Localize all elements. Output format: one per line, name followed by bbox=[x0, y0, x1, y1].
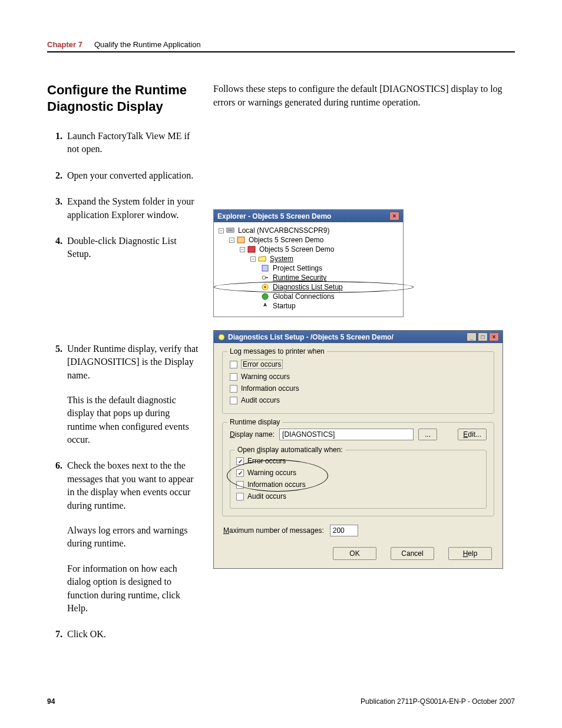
section-heading: Configure the Runtime Diagnostic Display bbox=[47, 82, 199, 114]
checkbox-open-information[interactable]: Information occurs bbox=[236, 479, 480, 490]
step-text: Expand the System folder in your applica… bbox=[67, 195, 199, 222]
group-legend: Open display automatically when: bbox=[235, 446, 345, 454]
step-list-cont: 5. Under Runtime display, verify that [D… bbox=[47, 342, 199, 641]
publication-info: Publication 2711P-QS001A-EN-P - October … bbox=[361, 697, 515, 706]
tree-item-system[interactable]: − System bbox=[219, 254, 398, 263]
page-header: Chapter 7 Qualify the Runtime Applicatio… bbox=[47, 40, 515, 52]
checkbox-label: Audit occurs bbox=[241, 396, 280, 404]
checkbox-icon[interactable] bbox=[230, 373, 237, 381]
checkbox-label: Audit occurs bbox=[247, 492, 286, 500]
collapse-icon[interactable]: − bbox=[219, 228, 224, 233]
checkbox-open-error[interactable]: Error occurs bbox=[236, 455, 480, 467]
page-footer: 94 Publication 2711P-QS001A-EN-P - Octob… bbox=[47, 697, 515, 706]
checkbox-label: Warning occurs bbox=[241, 373, 290, 381]
checkbox-error[interactable]: Error occurs bbox=[230, 358, 487, 371]
folder-icon bbox=[258, 255, 266, 263]
minimize-icon[interactable]: _ bbox=[467, 332, 477, 341]
svg-rect-1 bbox=[228, 229, 233, 231]
tree-item-app[interactable]: − Objects 5 Screen Demo bbox=[219, 235, 398, 245]
project-icon bbox=[247, 245, 256, 253]
collapse-icon[interactable]: − bbox=[229, 238, 234, 243]
tree-item-startup[interactable]: Startup bbox=[219, 301, 398, 311]
collapse-icon[interactable]: − bbox=[240, 247, 245, 252]
tree-label: Diagnostics List Setup bbox=[272, 283, 343, 291]
tree-label: System bbox=[269, 255, 293, 263]
step-number: 2. bbox=[47, 169, 67, 182]
explorer-title: Explorer - Objects 5 Screen Demo bbox=[217, 212, 331, 220]
close-icon[interactable]: × bbox=[389, 212, 399, 220]
display-name-label: Display name: bbox=[230, 430, 275, 439]
checkbox-warning[interactable]: Warning occurs bbox=[230, 371, 487, 383]
step-list: 1. Launch FactoryTalk View ME if not ope… bbox=[47, 130, 199, 261]
svg-rect-4 bbox=[262, 265, 268, 271]
computer-icon bbox=[226, 226, 234, 235]
step-1: 1. Launch FactoryTalk View ME if not ope… bbox=[47, 130, 199, 156]
dialog-icon bbox=[217, 333, 226, 341]
tree-item-diagnostics-list-setup[interactable]: Diagnostics List Setup bbox=[219, 282, 398, 292]
step-number: 4. bbox=[47, 235, 67, 261]
tree-label: Global Connections bbox=[272, 292, 335, 301]
svg-point-10 bbox=[219, 334, 224, 340]
tree-label: Project Settings bbox=[272, 264, 322, 272]
security-icon bbox=[261, 274, 269, 282]
tree-item-project[interactable]: − Objects 5 Screen Demo bbox=[219, 245, 398, 254]
browse-button[interactable]: ... bbox=[418, 429, 437, 440]
tree-item-project-settings[interactable]: Project Settings bbox=[219, 263, 398, 273]
step-text: Launch FactoryTalk View ME if not open. bbox=[67, 130, 199, 156]
maximize-icon[interactable]: □ bbox=[478, 332, 488, 341]
svg-rect-3 bbox=[248, 246, 255, 252]
display-name-row: Display name: ... Edit... bbox=[230, 429, 487, 440]
checkbox-icon[interactable] bbox=[236, 481, 244, 489]
app-icon bbox=[237, 236, 245, 244]
checkbox-label: Warning occurs bbox=[247, 469, 296, 477]
step-number: 1. bbox=[47, 130, 67, 156]
step-number: 6. bbox=[47, 459, 67, 615]
group-open-display-when: Open display automatically when: Error o… bbox=[230, 450, 487, 509]
display-name-input[interactable] bbox=[279, 429, 414, 440]
cancel-button[interactable]: Cancel bbox=[391, 547, 434, 560]
step-number: 7. bbox=[47, 628, 67, 641]
startup-icon bbox=[261, 302, 269, 310]
checkbox-information[interactable]: Information occurs bbox=[230, 383, 487, 394]
checkbox-label: Information occurs bbox=[241, 384, 299, 393]
checkbox-open-warning[interactable]: Warning occurs bbox=[236, 467, 480, 479]
tree-item-global-connections[interactable]: Global Connections bbox=[219, 292, 398, 301]
collapse-icon[interactable]: − bbox=[250, 256, 256, 262]
dialog-titlebar[interactable]: Diagnostics List Setup - /Objects 5 Scre… bbox=[214, 331, 503, 343]
ok-button[interactable]: OK bbox=[333, 547, 376, 560]
chapter-title: Qualify the Runtime Application bbox=[94, 40, 201, 49]
checkbox-icon[interactable] bbox=[236, 493, 244, 500]
svg-rect-2 bbox=[237, 237, 244, 243]
tree-item-local[interactable]: − Local (NVCARBCNSSCPR9) bbox=[219, 226, 398, 235]
page-number: 94 bbox=[47, 697, 55, 706]
svg-point-8 bbox=[264, 286, 266, 288]
checkbox-icon[interactable] bbox=[230, 385, 237, 393]
checkbox-label: Information occurs bbox=[247, 480, 306, 489]
tree-item-runtime-security[interactable]: Runtime Security bbox=[219, 273, 398, 282]
checkbox-icon[interactable] bbox=[230, 397, 237, 404]
help-button[interactable]: Help bbox=[448, 547, 492, 560]
edit-button[interactable]: Edit... bbox=[458, 429, 487, 440]
svg-point-9 bbox=[262, 294, 268, 299]
step-5: 5. Under Runtime display, verify that [D… bbox=[47, 342, 199, 447]
step-note: For information on how each dialog optio… bbox=[67, 562, 199, 615]
close-icon[interactable]: × bbox=[489, 332, 499, 341]
diagnostics-dialog: Diagnostics List Setup - /Objects 5 Scre… bbox=[213, 330, 503, 569]
settings-icon bbox=[261, 264, 269, 272]
intro-paragraph: Follows these steps to configure the def… bbox=[213, 82, 515, 109]
checkbox-icon[interactable] bbox=[230, 361, 237, 368]
checkbox-icon[interactable] bbox=[236, 469, 244, 477]
globe-icon bbox=[261, 292, 269, 301]
max-messages-input[interactable] bbox=[330, 525, 358, 536]
tree-label: Local (NVCARBCNSSCPR9) bbox=[237, 226, 329, 235]
group-legend: Log messages to printer when bbox=[227, 347, 327, 355]
checkbox-open-audit[interactable]: Audit occurs bbox=[236, 490, 480, 502]
step-note: This is the default diagnostic display t… bbox=[67, 394, 199, 447]
checkbox-audit[interactable]: Audit occurs bbox=[230, 394, 487, 406]
step-text: Open your converted application. bbox=[67, 169, 199, 182]
explorer-titlebar[interactable]: Explorer - Objects 5 Screen Demo × bbox=[214, 210, 403, 222]
step-text: Double-click Diagnostic List Setup. bbox=[67, 235, 199, 261]
checkbox-icon[interactable] bbox=[236, 457, 244, 465]
step-note: Always log errors and warnings during ru… bbox=[67, 524, 199, 551]
group-log-printer: Log messages to printer when Error occur… bbox=[222, 351, 494, 414]
